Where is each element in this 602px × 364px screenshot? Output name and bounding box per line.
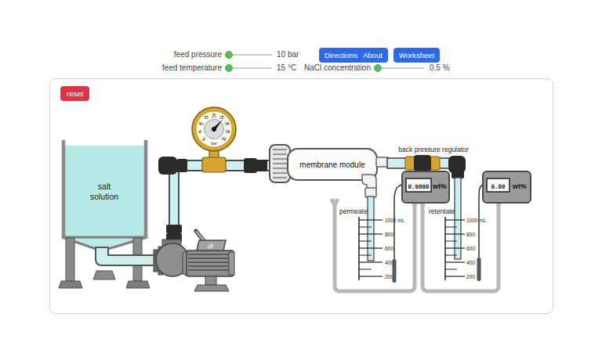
slider-knob[interactable] [374,64,382,72]
svg-text:1000 mL: 1000 mL [466,218,487,223]
permeate-tube [368,196,374,261]
tank-foot [59,281,82,288]
pipe-fitting [452,168,464,178]
pump: off [154,171,234,291]
permeate-meter-unit: wt% [432,182,447,190]
nacl-concentration-value: 0.5 % [430,63,450,73]
feed-pressure-value: 10 bar [277,50,299,59]
back-pressure-regulator-label: back pressure regulator [398,146,468,153]
retentate-meter-value: 0.00 [491,183,506,190]
tank-leg [66,238,74,281]
pipe-fitting [244,158,257,173]
slider-knob[interactable] [225,51,233,59]
tank-label-line1: salt [98,182,111,191]
nacl-concentration-slider[interactable] [374,63,426,73]
motor-end-cap [229,252,234,275]
retentate-meter: 0.00 wt% [483,171,531,203]
svg-text:200: 200 [466,274,475,279]
feed-temperature-slider[interactable] [225,63,274,73]
permeate-probe [393,259,397,283]
pump-pedestal [205,276,216,285]
directions-button[interactable]: Directions [319,48,363,63]
feed-temperature-label: feed temperature [137,63,222,73]
switch-label: off [207,243,214,249]
retentate-label: retentate [429,207,455,215]
pressure-gauge: 0 5 10 15 20 25 30 35 40 bar [192,107,236,151]
feed-pipe [96,247,157,265]
pipe-fitting [177,159,187,172]
membrane-module-label: membrane module [299,160,365,169]
svg-text:30: 30 [224,121,229,126]
retentate-scale-labels: 1000 mL 800 600 400 200 [466,218,487,279]
svg-text:25: 25 [219,115,224,120]
svg-text:600: 600 [466,246,475,251]
svg-text:800: 800 [385,232,393,237]
feed-pressure-label: feed pressure [137,50,222,59]
membrane-module: membrane module [270,145,389,197]
worksheet-button[interactable]: Worksheet [393,48,440,63]
svg-text:20: 20 [212,114,216,118]
svg-text:15: 15 [204,115,209,120]
svg-text:800: 800 [466,232,475,237]
regulator-body [414,155,431,171]
slider-knob[interactable] [225,64,233,72]
retentate-meter-unit: wt% [512,182,527,190]
pipe-support-foot [93,271,115,279]
svg-text:0: 0 [203,136,205,141]
svg-text:35: 35 [225,129,230,134]
svg-text:1000 mL: 1000 mL [385,218,405,223]
pump-base [194,285,229,291]
module-cap-ridges [273,150,287,178]
gauge-unit-label: bar [211,141,217,146]
back-pressure-regulator [405,155,440,171]
svg-text:600: 600 [385,246,393,251]
pipe-fitting [166,225,182,233]
retentate-probe [477,258,481,281]
feed-pressure-slider[interactable] [225,50,274,59]
pipe-fitting [257,160,267,171]
permeate-meter-value: 0.0000 [408,183,430,190]
permeate-meter: 0.0000 wt% [402,171,449,203]
svg-text:40: 40 [222,136,227,141]
svg-text:5: 5 [199,129,201,134]
pipe-elbow [158,157,177,175]
permeate-label: permeate [339,207,368,215]
svg-text:400: 400 [466,260,475,265]
permeate-outlet-connector [365,188,376,197]
simulation-canvas: reset salt solution [49,78,553,314]
tank-foot [126,281,150,288]
brass-tee-fitting [202,157,226,172]
permeate-outlet-elbow [362,175,376,189]
nacl-concentration-label: NaCl concentration [286,63,371,73]
svg-text:10: 10 [199,121,204,126]
tank-label-line2: solution [90,192,118,201]
about-button[interactable]: About [357,48,388,63]
retentate-tube [455,178,461,259]
apparatus-diagram: salt solution [50,79,554,314]
pump-power-switch[interactable]: off [196,231,226,250]
